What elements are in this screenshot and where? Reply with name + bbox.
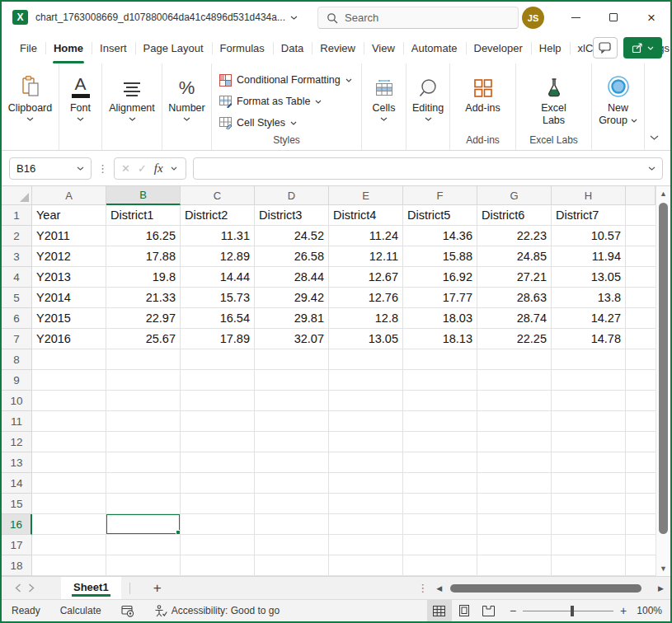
horizontal-scrollbar[interactable]	[447, 583, 653, 594]
cell-A7[interactable]: Y2016	[32, 329, 106, 349]
cell-B3[interactable]: 17.88	[106, 246, 181, 267]
scroll-down-icon[interactable]: ▼	[656, 564, 670, 573]
row-header-9[interactable]: 9	[2, 370, 32, 391]
hscroll-left-icon[interactable]: ◀	[436, 584, 442, 593]
column-header-E[interactable]: E	[329, 186, 403, 205]
zoom-slider-handle[interactable]	[571, 606, 574, 616]
cell-C2[interactable]: 11.31	[181, 226, 255, 246]
cell-B18[interactable]	[106, 555, 181, 576]
sheet-options-dots[interactable]: ⋮	[417, 582, 428, 594]
sheet-tab-sheet1[interactable]: Sheet1	[61, 577, 121, 599]
cell-G12[interactable]	[477, 432, 552, 452]
cell-E6[interactable]: 12.8	[329, 308, 403, 329]
column-header-A[interactable]: A	[32, 186, 106, 205]
cell-G5[interactable]: 28.63	[477, 288, 552, 308]
cell-H11[interactable]	[552, 411, 626, 432]
cell-C14[interactable]	[181, 473, 255, 494]
column-header-D[interactable]: D	[255, 186, 329, 205]
accessibility-status[interactable]: Accessibility: Good to go	[144, 600, 289, 621]
cell-filler-17[interactable]	[626, 535, 656, 555]
cell-C5[interactable]: 15.73	[181, 288, 255, 308]
cell-D14[interactable]	[255, 473, 329, 494]
cell-B12[interactable]	[106, 432, 181, 452]
cell-F7[interactable]: 18.13	[403, 329, 477, 349]
cell-E4[interactable]: 12.67	[329, 267, 403, 288]
cell-D13[interactable]	[255, 452, 329, 473]
row-header-6[interactable]: 6	[2, 308, 32, 329]
row-header-5[interactable]: 5	[2, 288, 32, 308]
column-header-H[interactable]: H	[552, 186, 626, 205]
cell-F4[interactable]: 16.92	[403, 267, 477, 288]
cell-A3[interactable]: Y2012	[32, 246, 106, 267]
cell-B17[interactable]	[106, 535, 181, 555]
cell-filler-16[interactable]	[626, 514, 656, 535]
cell-B9[interactable]	[106, 370, 181, 391]
cell-A17[interactable]	[32, 535, 106, 555]
cell-H15[interactable]	[552, 494, 626, 514]
row-header-11[interactable]: 11	[2, 411, 32, 432]
cell-C15[interactable]	[181, 494, 255, 514]
share-button[interactable]	[623, 37, 662, 59]
cell-E2[interactable]: 11.24	[329, 226, 403, 246]
cell-E12[interactable]	[329, 432, 403, 452]
tab-page-layout[interactable]: Page Layout	[135, 33, 212, 63]
cell-D1[interactable]: District3	[255, 205, 329, 226]
sheet-nav-right-icon[interactable]	[25, 581, 38, 596]
cell-C11[interactable]	[181, 411, 255, 432]
cell-D7[interactable]: 32.07	[255, 329, 329, 349]
cell-C7[interactable]: 17.89	[181, 329, 255, 349]
cell-H8[interactable]	[552, 349, 626, 370]
cancel-icon[interactable]: ✕	[121, 162, 130, 175]
cell-A1[interactable]: Year	[32, 205, 106, 226]
cell-E3[interactable]: 12.11	[329, 246, 403, 267]
cell-E7[interactable]: 13.05	[329, 329, 403, 349]
cell-G6[interactable]: 28.74	[477, 308, 552, 329]
cell-filler-7[interactable]	[626, 329, 656, 349]
tab-view[interactable]: View	[364, 33, 403, 63]
cell-H13[interactable]	[552, 452, 626, 473]
cell-G13[interactable]	[477, 452, 552, 473]
cell-G9[interactable]	[477, 370, 552, 391]
tab-help[interactable]: Help	[531, 33, 570, 63]
cell-B5[interactable]: 21.33	[106, 288, 181, 308]
minimize-button[interactable]	[557, 2, 594, 33]
tab-file[interactable]: File	[12, 33, 45, 63]
cell-styles-button[interactable]: Cell Styles	[219, 112, 361, 134]
cell-F9[interactable]	[403, 370, 477, 391]
zoom-in-button[interactable]: +	[620, 604, 627, 617]
search-box[interactable]: Search	[317, 7, 519, 29]
cell-E16[interactable]	[329, 514, 403, 535]
cell-H3[interactable]: 11.94	[552, 246, 626, 267]
cell-D8[interactable]	[255, 349, 329, 370]
cell-F11[interactable]	[403, 411, 477, 432]
cell-E9[interactable]	[329, 370, 403, 391]
cell-G17[interactable]	[477, 535, 552, 555]
cell-D16[interactable]	[255, 514, 329, 535]
cell-G11[interactable]	[477, 411, 552, 432]
cell-E14[interactable]	[329, 473, 403, 494]
cell-B1[interactable]: District1	[106, 205, 181, 226]
number-button[interactable]: % Number	[162, 63, 211, 150]
column-header-C[interactable]: C	[181, 186, 255, 205]
row-header-10[interactable]: 10	[2, 391, 32, 411]
cell-filler-14[interactable]	[626, 473, 656, 494]
row-header-13[interactable]: 13	[2, 452, 32, 473]
cell-G4[interactable]: 27.21	[477, 267, 552, 288]
row-header-18[interactable]: 18	[2, 555, 32, 576]
cell-A10[interactable]	[32, 391, 106, 411]
cell-E18[interactable]	[329, 555, 403, 576]
sheet-nav-left-icon[interactable]	[12, 581, 25, 596]
cell-E13[interactable]	[329, 452, 403, 473]
cell-D4[interactable]: 28.44	[255, 267, 329, 288]
cell-G7[interactable]: 22.25	[477, 329, 552, 349]
cell-B2[interactable]: 16.25	[106, 226, 181, 246]
cell-G8[interactable]	[477, 349, 552, 370]
cell-B7[interactable]: 25.67	[106, 329, 181, 349]
tab-data[interactable]: Data	[273, 33, 312, 63]
select-all-button[interactable]	[2, 186, 32, 205]
editing-button[interactable]: Editing	[406, 63, 449, 150]
cell-F14[interactable]	[403, 473, 477, 494]
cell-H1[interactable]: District7	[552, 205, 626, 226]
cell-E1[interactable]: District4	[329, 205, 403, 226]
cell-G3[interactable]: 24.85	[477, 246, 552, 267]
